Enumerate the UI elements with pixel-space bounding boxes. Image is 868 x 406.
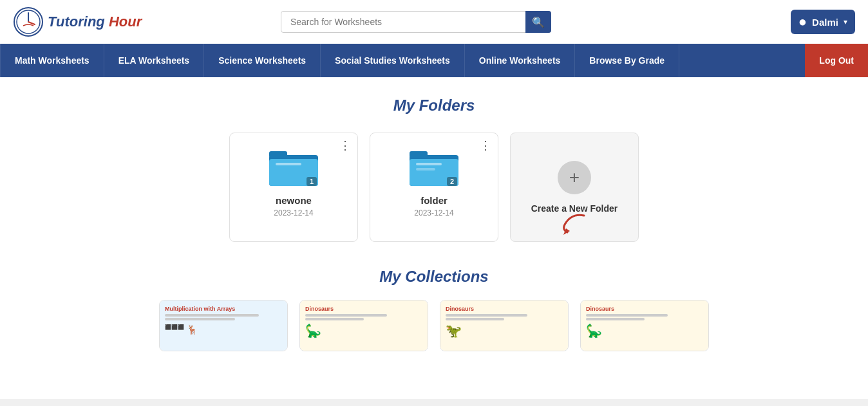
search-input[interactable] <box>281 11 551 33</box>
thumb-dino-3: 🦕 <box>586 323 602 338</box>
search-area: 🔍 <box>281 11 551 33</box>
plus-icon: + <box>569 167 580 188</box>
arrow-icon <box>558 212 590 235</box>
collection-thumb-title-3: Dinosaurs <box>446 306 474 312</box>
folder-date-folder: 2023-12-14 <box>414 208 453 217</box>
collection-thumb-title-4: Dinosaurs <box>586 306 614 312</box>
folder-card-newone[interactable]: ⋮ 1 newone 2023-12-14 <box>229 133 358 242</box>
folder-icon-newone: 1 <box>268 143 319 189</box>
thumb-line-5 <box>446 314 527 317</box>
collection-card-2[interactable]: Dinosaurs 🦕 <box>299 300 428 351</box>
nav-item-science[interactable]: Science Worksheets <box>204 44 321 77</box>
collection-card-1[interactable]: Multiplication with Arrays ⬛⬛⬛ 🦌 <box>159 300 288 351</box>
svg-rect-12 <box>416 168 435 171</box>
collections-grid: Multiplication with Arrays ⬛⬛⬛ 🦌 Dinosau… <box>26 300 842 351</box>
search-icon: 🔍 <box>532 16 545 28</box>
thumb-line-1 <box>165 314 259 317</box>
folder-name-newone: newone <box>276 195 312 206</box>
nav-bar: Math Worksheets ELA Worksheets Science W… <box>0 44 868 77</box>
collection-thumb-title-1: Multiplication with Arrays <box>165 306 235 312</box>
user-name: Dalmi <box>812 17 838 28</box>
folder-card-folder[interactable]: ⋮ 2 folder 2023-12-14 <box>370 133 498 242</box>
svg-rect-9 <box>410 151 428 158</box>
search-button[interactable]: 🔍 <box>525 11 551 33</box>
thumb-line-2 <box>165 318 235 320</box>
logo: Tutoring Hour <box>13 6 155 37</box>
svg-rect-11 <box>416 163 442 165</box>
nav-item-ela[interactable]: ELA Worksheets <box>104 44 204 77</box>
header: Tutoring Hour 🔍 ● Dalmi ▾ <box>0 0 868 44</box>
collections-title: My Collections <box>26 268 842 286</box>
logo-clock-icon <box>13 6 44 37</box>
collection-thumb-4: Dinosaurs 🦕 <box>581 300 708 351</box>
nav-item-math[interactable]: Math Worksheets <box>0 44 104 77</box>
folders-title: My Folders <box>26 97 842 115</box>
thumb-line-3 <box>305 314 387 317</box>
collection-thumb-title-2: Dinosaurs <box>305 306 334 312</box>
folder-date-newone: 2023-12-14 <box>274 208 313 217</box>
thumb-arrays: ⬛⬛⬛ 🦌 <box>165 324 198 335</box>
chevron-down-icon: ▾ <box>844 17 847 26</box>
create-folder-card[interactable]: + Create a New Folder <box>510 133 639 242</box>
user-menu[interactable]: ● Dalmi ▾ <box>791 10 855 34</box>
thumb-line-4 <box>305 318 364 320</box>
folder-count-newone: 1 <box>307 177 317 186</box>
folders-grid: ⋮ 1 newone 2023-12-14 ⋮ <box>26 133 842 242</box>
folder-icon-folder: 2 <box>408 143 460 189</box>
folder-count-folder: 2 <box>447 177 457 186</box>
logo-text: Tutoring Hour <box>48 14 142 30</box>
collection-card-3[interactable]: Dinosaurs 🦖 <box>440 300 569 351</box>
collection-card-4[interactable]: Dinosaurs 🦕 <box>580 300 709 351</box>
thumb-dino-2: 🦖 <box>446 323 462 338</box>
folder-menu-button-folder[interactable]: ⋮ <box>480 140 491 151</box>
svg-rect-7 <box>276 163 301 165</box>
collection-thumb-3: Dinosaurs 🦖 <box>440 300 568 351</box>
collection-thumb-1: Multiplication with Arrays ⬛⬛⬛ 🦌 <box>160 300 287 351</box>
user-avatar-icon: ● <box>798 14 807 30</box>
create-plus-circle: + <box>558 161 591 194</box>
thumb-line-6 <box>446 318 504 320</box>
logout-button[interactable]: Log Out <box>805 44 868 77</box>
nav-item-grade[interactable]: Browse By Grade <box>575 44 679 77</box>
main-content: My Folders ⋮ 1 newone 2023-12-14 <box>0 77 868 399</box>
folder-menu-button-newone[interactable]: ⋮ <box>339 140 351 151</box>
nav-item-online[interactable]: Online Worksheets <box>465 44 576 77</box>
nav-item-social[interactable]: Social Studies Worksheets <box>321 44 465 77</box>
thumb-line-7 <box>586 314 668 317</box>
thumb-dino-1: 🦕 <box>305 323 321 338</box>
collection-thumb-2: Dinosaurs 🦕 <box>300 300 428 351</box>
svg-rect-5 <box>269 151 287 158</box>
folder-name-folder: folder <box>420 195 448 206</box>
thumb-line-8 <box>586 318 645 320</box>
